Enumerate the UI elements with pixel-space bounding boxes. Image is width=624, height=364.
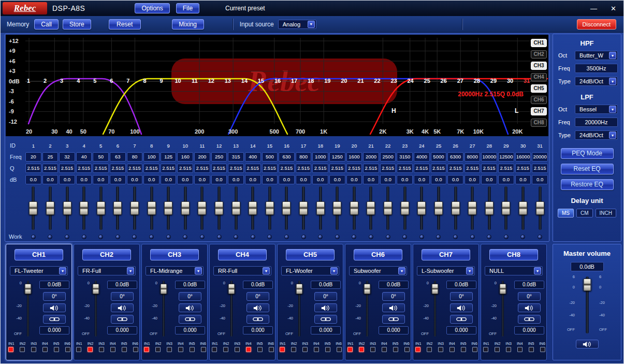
eq-cell[interactable]: 0.0 bbox=[532, 175, 548, 184]
eq-cell[interactable]: 32 bbox=[59, 152, 75, 162]
mute-button[interactable] bbox=[111, 303, 134, 312]
phase-button[interactable]: 0° bbox=[518, 292, 541, 301]
eq-cell[interactable]: 2.515 bbox=[312, 164, 328, 173]
graph-channel-button-ch2[interactable]: CH2 bbox=[531, 50, 547, 59]
eq-cell[interactable]: 2.515 bbox=[143, 164, 159, 173]
slider-thumb[interactable] bbox=[29, 201, 37, 215]
input-led-in3[interactable] bbox=[31, 347, 36, 352]
input-led-in2[interactable] bbox=[155, 347, 161, 352]
slider-thumb[interactable] bbox=[282, 201, 291, 215]
eq-cell[interactable]: 2.515 bbox=[363, 164, 379, 173]
input-led-in1[interactable] bbox=[415, 347, 420, 352]
slider-thumb[interactable] bbox=[536, 201, 544, 215]
slider-thumb[interactable] bbox=[316, 201, 325, 215]
eq-cell[interactable]: 2.515 bbox=[76, 164, 92, 173]
delay-unit-ms[interactable]: MS bbox=[558, 209, 574, 217]
eq-cell[interactable]: 2000 bbox=[363, 152, 379, 162]
eq-cell[interactable]: 400 bbox=[245, 152, 261, 162]
input-led-in2[interactable] bbox=[223, 347, 228, 352]
mute-button[interactable] bbox=[43, 303, 66, 312]
eq-cell[interactable]: 1250 bbox=[329, 152, 345, 162]
input-led-in1[interactable] bbox=[76, 347, 81, 352]
graph-channel-button-ch8[interactable]: CH8 bbox=[531, 119, 547, 127]
eq-cell[interactable]: 0.0 bbox=[143, 175, 159, 184]
eq-cell[interactable]: 125 bbox=[161, 152, 177, 162]
eq-cell[interactable]: 0.0 bbox=[380, 175, 396, 184]
eq-cell[interactable]: 6300 bbox=[447, 152, 463, 162]
slider-thumb[interactable] bbox=[181, 201, 190, 215]
slider-thumb[interactable] bbox=[80, 201, 88, 215]
slider-thumb[interactable] bbox=[299, 201, 308, 215]
restore-eq-button[interactable]: Restore EQ bbox=[561, 179, 614, 190]
eq-cell[interactable]: 630 bbox=[279, 152, 295, 162]
input-led-in5[interactable] bbox=[461, 347, 466, 352]
channel-button[interactable]: CH1 bbox=[14, 249, 63, 260]
graph-channel-button-ch3[interactable]: CH3 bbox=[531, 62, 547, 70]
input-led-in3[interactable] bbox=[99, 347, 104, 352]
eq-cell[interactable]: 0.0 bbox=[279, 175, 295, 184]
eq-cell[interactable]: 2.515 bbox=[465, 164, 481, 173]
eq-cell[interactable]: 2.515 bbox=[329, 164, 345, 173]
eq-cell[interactable]: 0.0 bbox=[25, 175, 41, 184]
input-led-in5[interactable] bbox=[257, 347, 263, 352]
input-led-in3[interactable] bbox=[167, 347, 172, 352]
reset-eq-button[interactable]: Reset EQ bbox=[561, 164, 614, 174]
input-led-in3[interactable] bbox=[302, 347, 308, 352]
eq-cell[interactable]: 2.515 bbox=[414, 164, 430, 173]
eq-cell[interactable]: 2.515 bbox=[279, 164, 295, 173]
input-led-in1[interactable] bbox=[212, 347, 217, 352]
eq-cell[interactable]: 16000 bbox=[515, 152, 531, 162]
eq-cell[interactable]: 0.0 bbox=[177, 175, 193, 184]
delay-unit-inch[interactable]: INCH bbox=[596, 209, 616, 217]
graph-channel-button-ch7[interactable]: CH7 bbox=[531, 107, 547, 115]
channel-button[interactable]: CH5 bbox=[286, 249, 335, 260]
slider-thumb[interactable] bbox=[97, 201, 105, 215]
eq-cell[interactable]: 2.515 bbox=[93, 164, 109, 173]
phase-button[interactable]: 0° bbox=[382, 292, 405, 301]
slider-thumb[interactable] bbox=[468, 201, 476, 215]
input-led-in4[interactable] bbox=[382, 347, 387, 352]
input-led-in6[interactable] bbox=[472, 347, 477, 352]
input-led-in2[interactable] bbox=[495, 347, 500, 352]
input-led-in3[interactable] bbox=[438, 347, 443, 352]
peq-mode-button[interactable]: PEQ Mode bbox=[561, 148, 614, 159]
eq-cell[interactable]: 20 bbox=[25, 152, 41, 162]
eq-cell[interactable]: 1600 bbox=[346, 152, 362, 162]
disconnect-button[interactable]: Disconnect bbox=[577, 19, 616, 30]
link-button[interactable] bbox=[518, 315, 541, 324]
input-led-in2[interactable] bbox=[20, 347, 25, 352]
eq-cell[interactable]: 0.0 bbox=[59, 175, 75, 184]
slider-thumb[interactable] bbox=[401, 201, 409, 215]
eq-cell[interactable]: 0.0 bbox=[211, 175, 227, 184]
eq-cell[interactable]: 2.515 bbox=[431, 164, 447, 173]
eq-cell[interactable]: 2.515 bbox=[481, 164, 497, 173]
channel-fader-thumb[interactable] bbox=[161, 284, 167, 294]
input-led-in6[interactable] bbox=[337, 347, 342, 352]
input-led-in6[interactable] bbox=[201, 347, 206, 352]
eq-cell[interactable]: 0.0 bbox=[515, 175, 531, 184]
slider-thumb[interactable] bbox=[367, 201, 375, 215]
phase-button[interactable]: 0° bbox=[450, 292, 473, 301]
link-button[interactable] bbox=[246, 315, 269, 324]
eq-cell[interactable]: 0.0 bbox=[296, 175, 312, 184]
channel-source-select[interactable]: RR-Full▼ bbox=[213, 266, 271, 275]
channel-fader-thumb[interactable] bbox=[25, 284, 32, 294]
slider-thumb[interactable] bbox=[148, 201, 156, 215]
eq-cell[interactable]: 80 bbox=[127, 152, 143, 162]
eq-cell[interactable]: 2500 bbox=[380, 152, 396, 162]
lpf-type-select[interactable]: 24dB/Oct ▼ bbox=[575, 130, 618, 140]
eq-cell[interactable]: 5000 bbox=[431, 152, 447, 162]
slider-thumb[interactable] bbox=[63, 201, 71, 215]
phase-button[interactable]: 0° bbox=[179, 292, 201, 301]
link-button[interactable] bbox=[179, 315, 201, 324]
input-led-in6[interactable] bbox=[65, 347, 70, 352]
eq-cell[interactable]: 0.0 bbox=[481, 175, 497, 184]
eq-cell[interactable]: 0.0 bbox=[346, 175, 362, 184]
eq-cell[interactable]: 0.0 bbox=[498, 175, 514, 184]
eq-cell[interactable]: 0.0 bbox=[194, 175, 210, 184]
slider-thumb[interactable] bbox=[452, 201, 460, 215]
store-button[interactable]: Store bbox=[63, 19, 91, 30]
eq-cell[interactable]: 2.515 bbox=[245, 164, 261, 173]
eq-cell[interactable]: 500 bbox=[262, 152, 278, 162]
phase-button[interactable]: 0° bbox=[111, 292, 134, 301]
